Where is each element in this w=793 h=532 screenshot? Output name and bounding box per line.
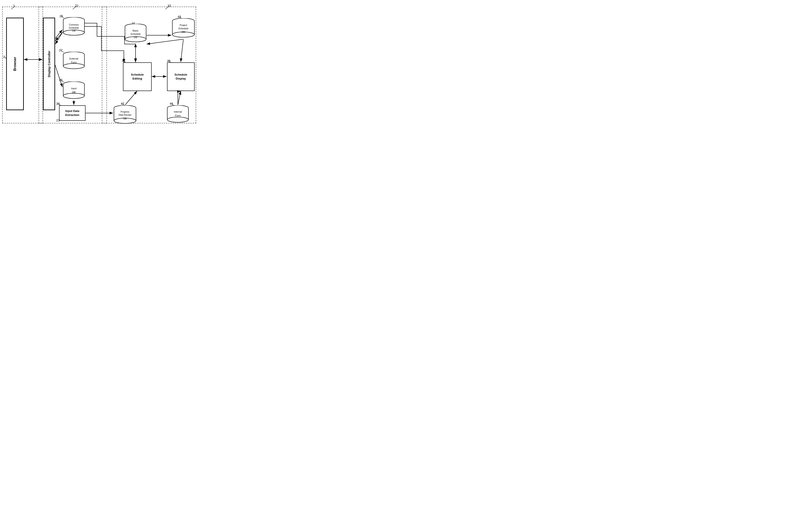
display-controller-label: Display Controller [48,51,51,77]
schedule-editing-box: ScheduleEditing [123,62,152,91]
ref-46: 46 [167,59,171,62]
svg-text:Schedule: Schedule [131,33,140,35]
ref-22: 22 [75,4,78,7]
ref-42: 42 [121,102,124,105]
browser-label: Browser [13,57,17,71]
ref-1: 1 [13,4,15,7]
svg-text:DB: DB [72,29,75,32]
input-data-extraction-label: Input DataExtraction [65,109,79,117]
external-form-db: External Form [63,52,85,71]
ref-24: 24 [56,102,60,105]
input-data-extraction-box: Input DataExtraction [59,105,86,121]
ref-25: 25 [59,78,62,82]
svg-point-26 [63,93,84,98]
ref-43: 43 [178,15,181,19]
svg-text:Data Receipt: Data Receipt [118,114,131,116]
svg-text:Common: Common [69,23,79,26]
progress-data-receipt-db: Progress Data Receipt DB [114,105,137,125]
ref-26: 26 [59,14,63,18]
svg-text:Basic: Basic [133,29,139,32]
schedule-display-label: ScheduleDisplay [174,73,187,81]
svg-text:Schedule: Schedule [178,27,188,30]
svg-text:Internal: Internal [174,110,182,113]
svg-text:DB: DB [124,117,127,120]
ref-27: 27 [59,49,62,52]
svg-text:Project: Project [180,24,187,26]
svg-text:Form: Form [71,61,77,64]
ref-33: 33 [168,4,171,7]
browser-box: Browser [6,18,24,110]
schedule-editing-label: ScheduleEditing [131,73,144,81]
svg-text:Schedule: Schedule [69,26,79,29]
svg-text:DB: DB [72,91,75,93]
display-controller-box: Display Controller [43,18,55,110]
internal-form-db: Internal Form [167,105,189,124]
svg-text:DB: DB [134,36,137,39]
input-db: Input DB [63,81,85,100]
svg-text:Input: Input [71,87,76,90]
ref-45: 45 [122,59,126,62]
diagram-container: 1 22 33 Browser 2 Display Controller 26 … [0,0,199,133]
ref-2: 2 [3,55,5,59]
svg-text:Form: Form [175,114,181,117]
svg-point-18 [63,63,84,69]
basic-schedule-db: Basic Schedule DB [125,24,147,44]
schedule-display-box: ScheduleDisplay [167,62,195,91]
svg-text:DB: DB [182,31,185,33]
svg-text:External: External [70,57,78,60]
common-schedule-db: Common Schedule DB [63,17,85,37]
project-schedule-db: Project Schedule DB [172,18,195,39]
svg-point-65 [167,117,188,122]
ref-44: 44 [170,102,173,105]
svg-text:Progress: Progress [120,111,129,113]
